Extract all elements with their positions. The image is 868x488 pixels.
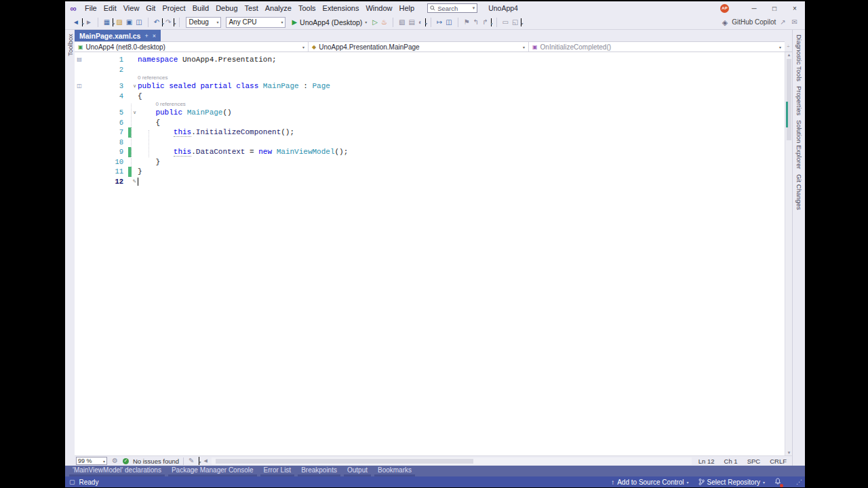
comment-icon[interactable]: ◫ [445,17,452,28]
close-icon[interactable]: × [153,33,156,39]
right-panel-tab[interactable]: Diagnostic Tools [795,35,803,81]
open-folder-icon[interactable]: ▨ [115,17,123,28]
toolbox-tab[interactable]: Toolbox [66,34,74,56]
share-icon[interactable]: ↗ [779,17,786,28]
code-line[interactable]: 6 { [75,118,785,128]
menu-item[interactable]: File [81,3,100,14]
menu-item[interactable]: Git [142,3,159,14]
send-feedback-icon[interactable]: ✉ [791,17,798,28]
resize-grip[interactable]: ⋰ [796,479,802,485]
account-avatar[interactable]: AP [720,4,729,13]
toolbar-separator[interactable] [496,18,497,27]
nav-back-caret-icon[interactable]: ▾ [82,18,83,26]
insert-mode-indicator[interactable]: SPC [747,458,761,465]
fold-collapse-icon[interactable]: ∨ [132,81,138,92]
redo-icon[interactable]: ↷ [165,17,172,28]
new-project-icon[interactable]: ▦ [103,17,111,28]
toolbar-separator[interactable] [179,18,180,27]
code-editor[interactable]: ▤1namespace UnoApp4.Presentation;20 refe… [75,52,785,455]
add-to-source-control-button[interactable]: ↑ Add to Source Control ▾ [611,479,688,486]
line-indicator[interactable]: Ln 12 [698,458,715,465]
menu-item[interactable]: Debug [212,3,241,14]
search-input[interactable]: Search ▾ [427,3,477,13]
vertical-scrollbar[interactable]: ▲ ▼ [785,52,792,455]
redo-caret-icon[interactable]: ▾ [174,18,174,26]
code-line[interactable]: 4{ [75,92,785,102]
code-line[interactable]: 11} [75,167,785,177]
solution-configuration-dropdown[interactable]: Debug▾ [186,17,221,28]
minimize-button[interactable]: ─ [744,1,764,15]
multi-monitor-icon[interactable]: ◱ [511,17,519,28]
copilot-label[interactable]: GitHub Copilot [732,18,776,26]
toolbar-separator[interactable] [458,18,458,27]
scrollbar-thumb[interactable] [216,459,473,464]
member-dropdown[interactable]: ▣ OnInitializeCompleted() ▾ [529,42,785,52]
menu-item[interactable]: Edit [100,3,120,14]
background-tasks-icon[interactable]: ◐ [418,17,423,28]
code-line[interactable]: ▤1namespace UnoApp4.Presentation; [75,55,785,65]
inheritance-margin-icon[interactable]: ◫ [75,81,84,92]
github-copilot-icon[interactable]: ◈ [722,17,728,28]
previous-bookmark-icon[interactable]: ↰ [473,17,479,28]
code-line[interactable]: 7 this.InitializeComponent(); [75,127,785,138]
code-line[interactable]: ◫3∨public sealed partial class MainPage … [75,81,785,92]
panel-tab[interactable]: Error List [260,466,296,476]
start-debugging-button[interactable]: ▶ UnoApp4 (Desktop) ▾ [292,18,367,26]
code-line[interactable]: 9 this.DataContext = new MainViewModel()… [75,147,785,157]
zoom-level-dropdown[interactable]: 99 % ▾ [76,457,107,465]
scroll-left-icon[interactable]: ◀ [203,458,207,464]
menu-item[interactable]: Help [396,3,418,14]
undo-caret-icon[interactable]: ▾ [162,18,163,26]
save-icon[interactable]: ▣ [125,17,133,28]
code-line[interactable]: 12✎ [75,177,785,187]
solution-platform-dropdown[interactable]: Any CPU▾ [226,17,285,28]
attach-process-icon[interactable]: ▧ [398,17,406,28]
panel-tab[interactable]: Bookmarks [374,466,416,476]
right-panel-tab[interactable]: Properties [795,86,803,115]
toolbar-separator[interactable] [393,18,393,27]
pin-icon[interactable]: + [144,33,148,39]
code-cleanup-icon[interactable]: ✎ [188,455,195,466]
start-without-debugging-icon[interactable]: ▷ [372,17,378,28]
save-all-icon[interactable]: ◫ [135,17,142,28]
toolbar-separator[interactable] [98,18,98,27]
project-dropdown[interactable]: ▣ UnoApp4 (net8.0-desktop) ▾ [75,42,309,52]
document-margin-icon[interactable]: ▤ [75,55,84,65]
bookmark-caret-icon[interactable]: ▾ [491,18,492,26]
indent-icon[interactable]: ↦ [436,17,443,28]
tasks-caret-icon[interactable]: ▾ [425,18,426,26]
menu-item[interactable]: Tools [295,3,319,14]
line-ending-indicator[interactable]: CRLF [770,458,787,465]
menu-item[interactable]: View [120,3,143,14]
type-dropdown[interactable]: ◆ UnoApp4.Presentation.MainPage ▾ [309,42,529,52]
health-status-text[interactable]: No issues found [133,458,179,465]
codelens-references[interactable]: 0 references [75,75,785,81]
chevron-down-icon[interactable]: ▾ [199,457,199,465]
nav-back-icon[interactable]: ◄ [72,17,80,28]
right-panel-tab[interactable]: Solution Explorer [795,120,803,169]
menu-item[interactable]: Extensions [319,3,363,14]
code-line[interactable]: 8 [75,138,785,148]
menu-item[interactable]: Build [189,3,212,14]
panel-tab[interactable]: Output [343,466,372,476]
horizontal-scrollbar[interactable] [212,458,692,465]
fold-collapse-icon[interactable]: ∨ [132,108,138,118]
code-line[interactable]: 10 } [75,157,785,167]
column-indicator[interactable]: Ch 1 [724,458,738,465]
right-panel-tab[interactable]: Git Changes [795,174,803,210]
code-line[interactable]: 2 [75,65,785,75]
panel-tab[interactable]: Package Manager Console [167,466,258,476]
undo-icon[interactable]: ↶ [153,17,160,28]
menu-item[interactable]: Analyze [262,3,295,14]
tool-window-icon[interactable]: ▢ [69,479,75,485]
next-bookmark-icon[interactable]: ↱ [481,17,488,28]
bookmark-icon[interactable]: ⚑ [463,17,471,28]
close-button[interactable]: × [785,1,805,15]
scrollbar-split-handle[interactable]: ÷ [785,41,792,52]
hot-reload-icon[interactable]: ♨ [380,17,388,28]
menu-item[interactable]: Test [241,3,262,14]
maximize-button[interactable]: □ [764,1,785,15]
scrollbar-thumb[interactable] [787,59,791,140]
menu-item[interactable]: Window [362,3,395,14]
menu-item[interactable]: Project [159,3,189,14]
